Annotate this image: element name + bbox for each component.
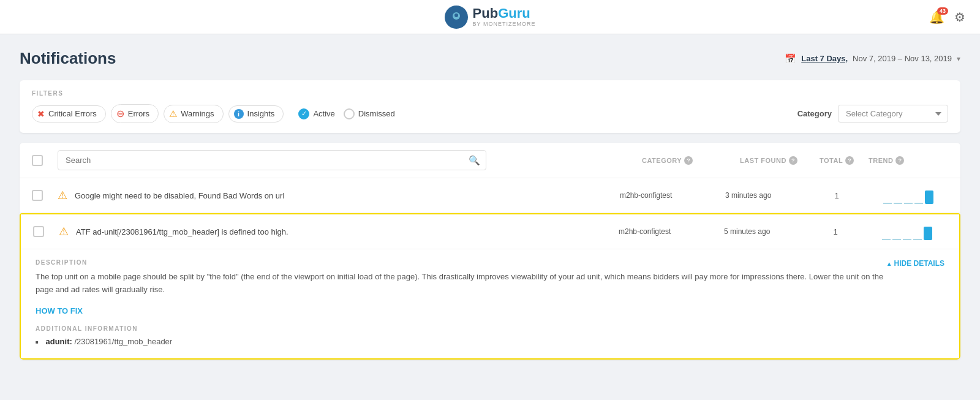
filters-label: FILTERS (32, 90, 948, 97)
description-label: DESCRIPTION (36, 259, 886, 266)
filter-pill-critical-errors[interactable]: ✖ Critical Errors (32, 105, 106, 123)
logo-guru: Guru (498, 6, 530, 21)
active-radio-icon: ✓ (298, 108, 309, 119)
trend-dash-3 (904, 203, 913, 204)
expanded-details: DESCRIPTION The top unit on a mobile pag… (21, 249, 959, 358)
trend-bar (925, 191, 933, 204)
total-column-header: TOTAL ? (820, 156, 869, 165)
row2-text: ATF ad-unit[/23081961/ttg_mob_header] is… (76, 227, 611, 236)
lastfound-column-header: LAST FOUND ? (740, 156, 820, 165)
dismissed-radio-icon (344, 108, 355, 119)
top-nav: Pub Guru BY MONETIZEMORE 🔔 43 ⚙ (0, 0, 980, 34)
category-select[interactable]: Select Category (838, 105, 948, 123)
warning-icon-2: ⚠ (59, 225, 69, 238)
row2-total: 1 (811, 227, 860, 236)
svg-point-1 (454, 13, 458, 17)
critical-errors-label: Critical Errors (48, 109, 97, 118)
row1-checkbox[interactable] (32, 190, 43, 201)
category-filter-label: Category (797, 109, 832, 118)
warnings-icon: ⚠ (169, 108, 177, 119)
trend-dash-6 (892, 239, 901, 240)
active-label: Active (313, 109, 334, 118)
how-to-fix-link[interactable]: HOW TO FIX (36, 306, 886, 315)
category-column-header: CATEGORY ? (642, 156, 740, 165)
expanded-table-row: ⚠ ATF ad-unit[/23081961/ttg_mob_header] … (20, 213, 960, 360)
logo-text: Pub Guru BY MONETIZEMORE (473, 6, 536, 27)
trend-dash-4 (914, 203, 923, 204)
row2-checkbox[interactable] (33, 226, 44, 237)
list-item: adunit: /23081961/ttg_mob_header (36, 337, 886, 346)
logo-by: BY MONETIZEMORE (473, 21, 536, 28)
page-header: Notifications 📅 Last 7 Days, Nov 7, 2019… (20, 49, 960, 68)
errors-label: Errors (128, 109, 149, 118)
row2-category: m2hb-configtest (619, 227, 717, 236)
filters-section: FILTERS ✖ Critical Errors ⊖ Errors (20, 80, 960, 133)
search-icon: 🔍 (469, 155, 480, 166)
filter-pill-errors[interactable]: ⊖ Errors (111, 104, 159, 123)
date-range-selector[interactable]: 📅 Last 7 Days, Nov 7, 2019 – Nov 13, 201… (785, 53, 960, 64)
trend-column-header: TREND ? (869, 156, 948, 165)
trend-dash-8 (913, 239, 922, 240)
filter-pill-insights[interactable]: i Insights (228, 105, 284, 123)
trend-help-icon: ? (895, 156, 904, 165)
insights-label: Insights (247, 109, 275, 118)
logo-icon (445, 6, 468, 29)
filter-pill-warnings[interactable]: ⚠ Warnings (164, 105, 223, 123)
notification-badge: 43 (937, 7, 948, 15)
critical-errors-icon: ✖ (37, 109, 45, 119)
chevron-down-icon: ▾ (957, 55, 960, 63)
hide-details-button[interactable]: HIDE DETAILS (886, 259, 944, 268)
radio-dismissed[interactable]: Dismissed (344, 108, 395, 119)
search-box: 🔍 (58, 150, 486, 170)
trend-dash-2 (894, 203, 902, 204)
additional-info: ADDITIONAL INFORMATION adunit: /23081961… (36, 325, 886, 346)
row2-lastfound: 5 minutes ago (724, 227, 804, 236)
row1-text: Google might need to be disabled, Found … (75, 191, 612, 200)
row1-category: m2hb-configtest (620, 191, 718, 200)
trend-chart (883, 187, 933, 204)
row1-total: 1 (812, 191, 861, 200)
additional-info-label: ADDITIONAL INFORMATION (36, 325, 886, 332)
lastfound-help-icon: ? (789, 156, 797, 165)
warning-icon: ⚠ (58, 189, 67, 202)
warnings-label: Warnings (181, 109, 214, 118)
date-range-label: Last 7 Days, (801, 54, 848, 63)
row2-trend (867, 223, 947, 240)
table-header-row: 🔍 CATEGORY ? LAST FOUND ? TOTAL ? TREND … (20, 143, 960, 178)
row1-lastfound: 3 minutes ago (725, 191, 805, 200)
trend-chart-2 (882, 223, 932, 240)
search-input[interactable] (58, 150, 486, 170)
radio-active[interactable]: ✓ Active (298, 108, 334, 119)
logo-pub: Pub (473, 6, 499, 21)
main-content: Notifications 📅 Last 7 Days, Nov 7, 2019… (0, 34, 980, 400)
filters-row: ✖ Critical Errors ⊖ Errors ⚠ Warnings (32, 104, 948, 123)
notifications-button[interactable]: 🔔 43 (929, 10, 944, 25)
trend-dash-1 (883, 203, 892, 204)
logo: Pub Guru BY MONETIZEMORE (445, 6, 536, 29)
column-headers: CATEGORY ? LAST FOUND ? TOTAL ? TREND ? (494, 156, 948, 165)
page-title: Notifications (20, 49, 116, 68)
trend-dash-7 (903, 239, 911, 240)
dismissed-label: Dismissed (358, 109, 395, 118)
category-filter: Category Select Category (797, 105, 948, 123)
filter-pills: ✖ Critical Errors ⊖ Errors ⚠ Warnings (32, 104, 284, 123)
row1-trend (869, 187, 948, 204)
total-help-icon: ? (845, 156, 854, 165)
category-help-icon: ? (684, 156, 693, 165)
date-range-text: Nov 7, 2019 – Nov 13, 2019 (853, 54, 952, 63)
expanded-row-header: ⚠ ATF ad-unit[/23081961/ttg_mob_header] … (21, 214, 959, 249)
trend-bar-2 (924, 227, 932, 240)
info-value: /23081961/ttg_mob_header (74, 337, 172, 346)
errors-icon: ⊖ (116, 108, 124, 119)
calendar-icon: 📅 (785, 53, 796, 64)
trend-dash-5 (882, 239, 891, 240)
notifications-table: 🔍 CATEGORY ? LAST FOUND ? TOTAL ? TREND … (20, 143, 960, 360)
top-nav-icons: 🔔 43 ⚙ (929, 10, 965, 25)
insights-icon: i (234, 109, 244, 119)
select-all-checkbox[interactable] (32, 155, 43, 166)
table-row: ⚠ Google might need to be disabled, Foun… (20, 178, 960, 213)
filter-radio-group: ✓ Active Dismissed (298, 108, 394, 119)
description-text: The top unit on a mobile page should be … (36, 271, 886, 296)
info-key: adunit: (45, 337, 72, 346)
settings-button[interactable]: ⚙ (954, 10, 965, 25)
